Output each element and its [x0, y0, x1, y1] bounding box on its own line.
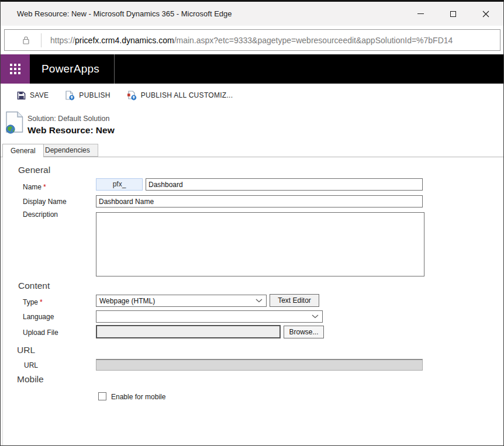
required-asterisk: * [43, 183, 46, 191]
minimize-button[interactable] [404, 2, 437, 26]
window-controls [404, 2, 502, 26]
url-text: https://pricefx.crm4.dynamics.com/main.a… [50, 36, 453, 45]
type-select-value: Webpage (HTML) [99, 297, 155, 305]
appbar-divider [114, 54, 115, 84]
section-url-header: URL [17, 345, 35, 355]
publish-button[interactable]: PUBLISH [65, 91, 110, 101]
tab-bar: General Dependencies [1, 143, 503, 157]
maximize-icon [450, 11, 456, 17]
minimize-icon [417, 13, 424, 14]
section-mobile-header: Mobile [17, 374, 44, 385]
type-label: Type* [23, 298, 43, 306]
brand-title: PowerApps [42, 54, 99, 84]
upload-file-label: Upload File [23, 329, 58, 337]
section-general-header: General [18, 165, 50, 175]
browse-button[interactable]: Browse... [284, 326, 324, 338]
url-readonly-field [96, 359, 423, 371]
url-scheme: https:// [50, 36, 75, 45]
solution-label: Solution: Default Solution [27, 115, 109, 123]
close-icon [482, 11, 489, 18]
maximize-button[interactable] [437, 2, 470, 26]
address-bar[interactable]: https://pricefx.crm4.dynamics.com/main.a… [4, 29, 500, 51]
save-icon [17, 91, 26, 100]
browser-window: Web Resource: New - Microsoft Dynamics 3… [0, 0, 504, 446]
name-label: Name* [23, 183, 46, 191]
app-header: PowerApps [1, 54, 503, 84]
site-info-button[interactable] [5, 36, 30, 45]
lock-icon [22, 36, 30, 45]
window-title: Web Resource: New - Microsoft Dynamics 3… [17, 2, 232, 26]
language-label: Language [23, 313, 54, 321]
upload-file-input[interactable] [96, 325, 281, 338]
required-asterisk: * [40, 298, 43, 306]
enable-mobile-checkbox[interactable] [98, 392, 106, 400]
address-row: https://pricefx.crm4.dynamics.com/main.a… [1, 26, 503, 54]
name-input[interactable] [146, 178, 423, 191]
url-path: /main.aspx?etc=9333&pagetype=webresource… [174, 36, 453, 45]
type-select[interactable]: Webpage (HTML) [96, 295, 267, 307]
text-editor-button[interactable]: Text Editor [270, 294, 319, 307]
language-select[interactable] [96, 310, 323, 323]
titlebar: Web Resource: New - Microsoft Dynamics 3… [1, 2, 503, 26]
url-domain: pricefx.crm4.dynamics.com [75, 36, 174, 45]
chevron-down-icon [256, 299, 263, 303]
content-left-border [2, 157, 3, 446]
web-resource-icon [5, 111, 24, 134]
command-toolbar: SAVE PUBLISH PUBLISH ALL CUSTOMIZ... [1, 84, 503, 107]
page-title: Web Resource: New [27, 125, 115, 136]
url-label: URL [24, 361, 38, 369]
tab-dependencies[interactable]: Dependencies [37, 144, 98, 157]
name-prefix-box: pfx_ [96, 178, 143, 191]
section-content-header: Content [18, 281, 50, 291]
publish-label: PUBLISH [79, 91, 110, 99]
description-label: Description [23, 210, 58, 219]
description-input[interactable] [96, 212, 424, 276]
publish-all-icon [127, 91, 137, 101]
enable-mobile-label: Enable for mobile [111, 393, 165, 401]
publish-all-button[interactable]: PUBLISH ALL CUSTOMIZ... [127, 91, 233, 101]
waffle-button[interactable] [1, 54, 30, 84]
display-name-input[interactable] [96, 195, 423, 208]
publish-icon [65, 91, 75, 101]
save-label: SAVE [30, 91, 49, 99]
close-button[interactable] [470, 2, 502, 26]
waffle-icon [10, 64, 20, 74]
address-divider [41, 33, 42, 47]
tab-general[interactable]: General [2, 144, 44, 157]
chevron-down-icon [312, 314, 319, 319]
publish-all-label: PUBLISH ALL CUSTOMIZ... [141, 91, 233, 99]
display-name-label: Display Name [23, 198, 67, 206]
save-button[interactable]: SAVE [17, 91, 49, 100]
